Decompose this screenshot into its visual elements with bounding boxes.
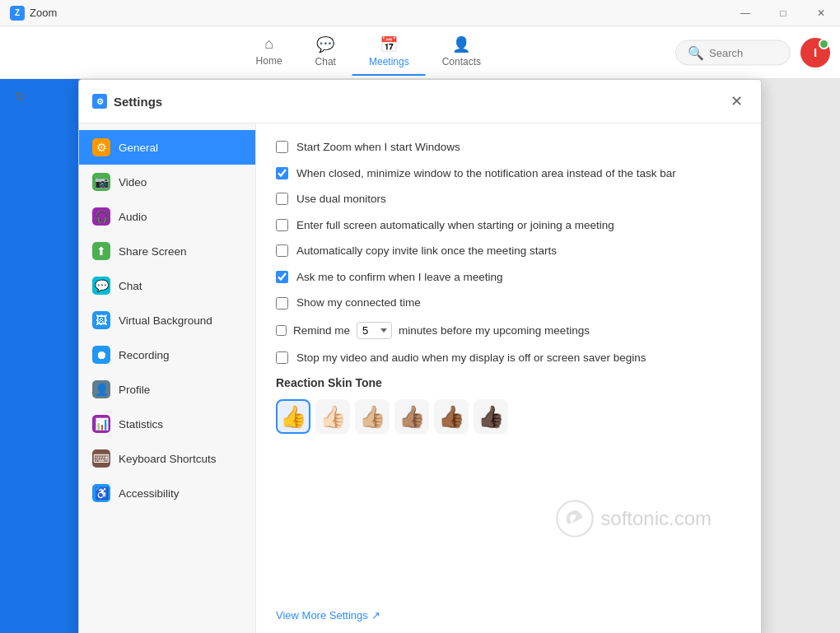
sidebar-general-label: General — [119, 142, 158, 154]
video-icon: 📷 — [92, 173, 110, 191]
checkbox-fullscreen: Enter full screen automatically when sta… — [276, 218, 741, 233]
checkbox-start-zoom: Start Zoom when I start Windows — [276, 140, 741, 155]
tab-meetings[interactable]: 📅 Meetings — [352, 29, 426, 76]
keyboard-icon: ⌨ — [92, 449, 110, 468]
dual-monitors-checkbox[interactable] — [276, 193, 288, 205]
avatar[interactable]: I — [800, 38, 830, 67]
minimize-button[interactable]: — — [726, 0, 764, 26]
watermark-icon — [554, 498, 595, 539]
connected-time-label: Show my connected time — [296, 296, 421, 310]
watermark: softonic.com — [554, 498, 712, 539]
minimize-tray-checkbox[interactable] — [276, 167, 288, 179]
checkbox-minimize-tray: When closed, minimize window to the noti… — [276, 166, 741, 181]
settings-title-icon: ⚙ — [92, 94, 107, 109]
sidebar-item-general[interactable]: ⚙ General — [79, 130, 255, 165]
reaction-skin-tone-title: Reaction Skin Tone — [276, 376, 741, 389]
fullscreen-checkbox[interactable] — [276, 219, 288, 231]
skin-tone-1-button[interactable]: 👍 — [276, 399, 310, 434]
skin-tone-5-button[interactable]: 👍🏾 — [434, 399, 469, 434]
checkbox-stop-video: Stop my video and audio when my display … — [276, 351, 741, 365]
stop-video-label: Stop my video and audio when my display … — [296, 351, 646, 365]
audio-icon: 🎧 — [92, 207, 110, 226]
sidebar-item-statistics[interactable]: 📊 Statistics — [79, 407, 255, 441]
zoom-icon: Z — [10, 6, 25, 21]
search-input[interactable] — [709, 46, 778, 58]
home-icon: ⌂ — [264, 35, 273, 53]
tab-home-label: Home — [256, 55, 282, 67]
sidebar-recording-label: Recording — [119, 349, 170, 361]
sidebar-item-video[interactable]: 📷 Video — [79, 165, 255, 199]
app-logo: Z Zoom — [10, 6, 57, 21]
confirm-leave-checkbox[interactable] — [276, 271, 288, 283]
modal-close-button[interactable]: ✕ — [725, 90, 748, 113]
sidebar-chat-label: Chat — [119, 280, 142, 292]
skin-tone-selector: 👍 👍🏻 👍🏼 👍🏽 👍🏾 👍🏿 — [276, 399, 741, 434]
remind-after-label: minutes before my upcoming meetings — [399, 324, 590, 337]
start-zoom-label: Start Zoom when I start Windows — [296, 140, 460, 155]
sidebar-item-keyboard-shortcuts[interactable]: ⌨ Keyboard Shortcuts — [79, 441, 255, 476]
view-more-settings-link[interactable]: View More Settings ↗ — [276, 609, 380, 621]
sidebar-item-share-screen[interactable]: ⬆ Share Screen — [79, 234, 255, 268]
sidebar-item-profile[interactable]: 👤 Profile — [79, 372, 255, 407]
blue-panel — [0, 79, 82, 633]
sidebar-item-audio[interactable]: 🎧 Audio — [79, 199, 255, 234]
sidebar-item-chat[interactable]: 💬 Chat — [79, 268, 255, 303]
statistics-icon: 📊 — [92, 415, 110, 433]
close-button[interactable]: ✕ — [802, 0, 840, 26]
skin-tone-4-button[interactable]: 👍🏽 — [394, 399, 429, 434]
skin-tone-6-button[interactable]: 👍🏿 — [474, 399, 508, 434]
search-bar[interactable]: 🔍 — [675, 40, 791, 65]
settings-modal: ⚙ Settings ✕ ⚙ General 📷 Video 🎧 Audio — [78, 79, 762, 633]
start-zoom-checkbox[interactable] — [276, 141, 288, 153]
sidebar-video-label: Video — [119, 176, 147, 189]
refresh-icon[interactable]: ↻ — [15, 89, 26, 105]
sidebar-statistics-label: Statistics — [119, 418, 163, 431]
copy-invite-label: Automatically copy invite link once the … — [296, 244, 557, 258]
search-icon: 🔍 — [688, 44, 704, 60]
sidebar-item-accessibility[interactable]: ♿ Accessibility — [79, 476, 255, 510]
fullscreen-label: Enter full screen automatically when sta… — [296, 218, 614, 233]
skin-tone-2-button[interactable]: 👍🏻 — [315, 399, 350, 434]
general-icon: ⚙ — [92, 138, 110, 156]
tab-home[interactable]: ⌂ Home — [240, 29, 299, 76]
app-title: Zoom — [30, 7, 57, 19]
accessibility-icon: ♿ — [92, 484, 110, 502]
sidebar-keyboard-label: Keyboard Shortcuts — [119, 453, 217, 465]
profile-icon: 👤 — [92, 380, 110, 398]
external-link-icon: ↗ — [371, 609, 380, 621]
tab-meetings-label: Meetings — [369, 56, 409, 67]
modal-title-text: Settings — [114, 95, 162, 109]
remind-before-label: Remind me — [293, 324, 350, 337]
chat-icon: 💬 — [316, 35, 334, 54]
maximize-button[interactable]: □ — [764, 0, 802, 26]
sidebar-item-recording[interactable]: ⏺ Recording — [79, 337, 255, 372]
stop-video-checkbox[interactable] — [276, 351, 288, 364]
main-area: ↻ ⚙ Settings ✕ ⚙ General 📷 Video — [0, 79, 840, 633]
view-more-label: View More Settings — [276, 609, 368, 621]
skin-tone-3-button[interactable]: 👍🏼 — [355, 399, 390, 434]
tab-contacts-label: Contacts — [442, 56, 481, 67]
contacts-icon: 👤 — [452, 35, 470, 54]
settings-sidebar: ⚙ General 📷 Video 🎧 Audio ⬆ Share Screen… — [79, 123, 256, 633]
dual-monitors-label: Use dual monitors — [296, 192, 386, 207]
remind-row: Remind me 5 10 15 30 minutes before my u… — [276, 322, 741, 339]
recording-icon: ⏺ — [92, 346, 110, 364]
tab-chat[interactable]: 💬 Chat — [299, 29, 352, 76]
share-screen-icon: ⬆ — [92, 242, 110, 260]
tab-contacts[interactable]: 👤 Contacts — [426, 29, 497, 76]
nav-tabs: ⌂ Home 💬 Chat 📅 Meetings 👤 Contacts — [240, 29, 497, 76]
tab-chat-label: Chat — [315, 56, 336, 67]
chat-sidebar-icon: 💬 — [92, 277, 110, 295]
nav-bar: ⌂ Home 💬 Chat 📅 Meetings 👤 Contacts 🔍 I — [0, 26, 840, 79]
connected-time-checkbox[interactable] — [276, 297, 288, 310]
checkbox-connected-time: Show my connected time — [276, 296, 741, 310]
title-bar: Z Zoom — □ ✕ — [0, 0, 840, 26]
remind-minutes-select[interactable]: 5 10 15 30 — [357, 322, 392, 339]
modal-header: ⚙ Settings ✕ — [79, 80, 761, 123]
sidebar-virtual-bg-label: Virtual Background — [119, 314, 212, 327]
sidebar-item-virtual-background[interactable]: 🖼 Virtual Background — [79, 303, 255, 337]
sidebar-profile-label: Profile — [119, 384, 150, 396]
remind-me-checkbox[interactable] — [276, 325, 287, 336]
copy-invite-checkbox[interactable] — [276, 244, 288, 257]
minimize-tray-label: When closed, minimize window to the noti… — [296, 166, 676, 181]
